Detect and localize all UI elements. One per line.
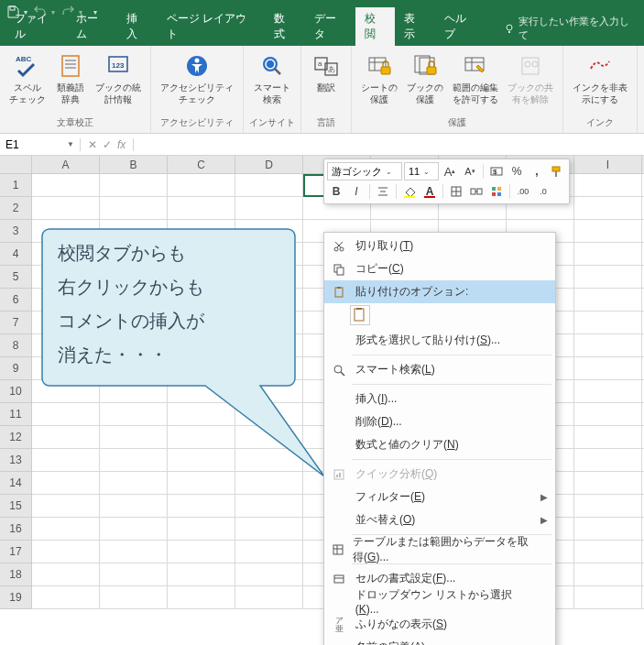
row-head[interactable]: 16: [0, 518, 32, 541]
row-head[interactable]: 19: [0, 586, 32, 609]
fill-color-icon[interactable]: [400, 182, 419, 201]
formula-controls: ✕ ✓ fx: [81, 138, 134, 151]
row-head[interactable]: 4: [0, 243, 32, 266]
font-size-select[interactable]: 11⌄: [404, 162, 439, 180]
workbookstats-button[interactable]: 123 ブックの統 計情報: [92, 49, 145, 107]
comma-icon[interactable]: ,: [528, 162, 546, 180]
menu-smart-lookup[interactable]: スマート検索(L): [324, 358, 555, 381]
redo-dropdown-icon[interactable]: ▾: [79, 8, 82, 16]
fx-icon[interactable]: fx: [117, 138, 126, 151]
menu-furigana[interactable]: ア亜 ふりがなの表示(S): [324, 613, 555, 636]
formula-input[interactable]: [134, 134, 644, 155]
bold-icon[interactable]: B: [327, 182, 345, 201]
row-head[interactable]: 17: [0, 541, 32, 563]
row-head[interactable]: 11: [0, 403, 32, 426]
hideink-button[interactable]: インクを非表 示にする: [569, 49, 631, 107]
workbookstats-icon: 123: [104, 51, 133, 81]
increase-decimal-icon[interactable]: .00: [514, 182, 532, 201]
borders-icon[interactable]: [447, 182, 465, 201]
italic-icon[interactable]: I: [347, 182, 366, 201]
row-head[interactable]: 2: [0, 197, 32, 220]
row-head[interactable]: 6: [0, 289, 32, 312]
menu-copy[interactable]: コピー(C): [324, 257, 555, 280]
name-box-dropdown-icon[interactable]: ▼: [67, 140, 74, 148]
col-head-B[interactable]: B: [100, 156, 168, 173]
unshare-icon: [516, 51, 545, 81]
font-color-icon[interactable]: A: [420, 182, 439, 201]
qat-customize-icon[interactable]: ▾: [93, 8, 97, 16]
tab-help[interactable]: ヘルプ: [435, 7, 486, 46]
row-head[interactable]: 10: [0, 380, 32, 403]
row-head[interactable]: 13: [0, 449, 32, 472]
name-box[interactable]: E1 ▼: [0, 138, 81, 151]
col-head-I[interactable]: I: [574, 156, 642, 173]
menu-delete[interactable]: 削除(D)...: [324, 410, 555, 433]
tab-formulas[interactable]: 数式: [265, 7, 305, 46]
col-head-D[interactable]: D: [235, 156, 303, 173]
row-head[interactable]: 8: [0, 334, 32, 357]
menu-cut[interactable]: 切り取り(T): [324, 235, 555, 257]
tab-view[interactable]: 表示: [395, 7, 435, 46]
svg-rect-57: [356, 308, 362, 310]
font-size-value: 11: [409, 166, 420, 177]
row-head[interactable]: 14: [0, 472, 32, 495]
paste-all-option[interactable]: [350, 305, 370, 325]
select-all-corner[interactable]: [0, 156, 32, 173]
translate-button[interactable]: aあ 翻訳: [307, 49, 345, 96]
align-center-icon[interactable]: [374, 182, 392, 201]
qat-dropdown-icon[interactable]: ▾: [24, 8, 27, 16]
accounting-format-icon[interactable]: $: [487, 162, 506, 180]
menu-get-from-table[interactable]: テーブルまたは範囲からデータを取得(G)...: [324, 538, 555, 561]
menu-paste-special[interactable]: 形式を選択して貼り付け(S)...: [324, 329, 555, 352]
row-head[interactable]: 5: [0, 266, 32, 289]
spelling-button[interactable]: ABC スペル チェック: [5, 49, 49, 107]
menu-clear[interactable]: 数式と値のクリア(N): [324, 433, 555, 456]
tab-data[interactable]: データ: [305, 7, 355, 46]
tab-review[interactable]: 校閲: [355, 7, 396, 46]
decrease-font-icon[interactable]: A▾: [461, 162, 479, 180]
chevron-right-icon: ▶: [540, 492, 548, 502]
insights-group-label: インサイト: [249, 116, 295, 131]
menu-insert[interactable]: 挿入(I)...: [324, 388, 555, 410]
row-head[interactable]: 1: [0, 174, 32, 197]
undo-icon[interactable]: [33, 5, 48, 19]
save-icon[interactable]: [5, 5, 20, 19]
menu-sort[interactable]: 並べ替え(O) ▶: [324, 508, 555, 531]
protect-group-label: 保護: [448, 116, 466, 131]
decrease-decimal-icon[interactable]: .0: [534, 182, 552, 201]
row-head[interactable]: 3: [0, 220, 32, 243]
svg-rect-3: [62, 56, 79, 76]
font-family-select[interactable]: 游ゴシック⌄: [327, 162, 402, 180]
ribbon-group-language: aあ 翻訳 言語: [301, 46, 352, 133]
menu-filter[interactable]: フィルター(E) ▶: [324, 486, 555, 508]
search-icon: [330, 362, 348, 378]
menu-define-name[interactable]: 名前の定義(A)...: [324, 636, 555, 645]
accessibility-button[interactable]: アクセシビリティ チェック: [157, 49, 237, 107]
row-head[interactable]: 15: [0, 495, 32, 518]
menu-paste-options[interactable]: 貼り付けのオプション:: [324, 280, 555, 303]
smartlookup-button[interactable]: スマート 検索: [250, 49, 294, 107]
scissors-icon: [330, 238, 348, 255]
redo-icon[interactable]: [60, 5, 75, 19]
row-head[interactable]: 12: [0, 426, 32, 449]
tell-me-search[interactable]: 実行したい作業を入力して: [497, 11, 644, 46]
increase-font-icon[interactable]: A▴: [441, 162, 459, 180]
row-head[interactable]: 9: [0, 357, 32, 380]
thesaurus-button[interactable]: 類義語 辞典: [51, 49, 90, 107]
row-head[interactable]: 18: [0, 563, 32, 586]
percent-icon[interactable]: %: [508, 162, 526, 180]
alloweditranges-button[interactable]: 範囲の編集 を許可する: [449, 49, 502, 107]
tab-pagelayout[interactable]: ページ レイアウト: [158, 7, 265, 46]
merge-icon[interactable]: [467, 182, 486, 201]
protectbook-button[interactable]: ブックの 保護: [403, 49, 447, 107]
col-head-C[interactable]: C: [168, 156, 235, 173]
tab-insert[interactable]: 挿入: [117, 7, 158, 46]
protectsheet-button[interactable]: シートの 保護: [357, 49, 401, 107]
undo-dropdown-icon[interactable]: ▾: [51, 8, 55, 16]
conditional-format-icon[interactable]: [487, 182, 506, 201]
row-head[interactable]: 7: [0, 312, 32, 334]
format-painter-icon[interactable]: [548, 162, 566, 180]
col-head-A[interactable]: A: [32, 156, 100, 173]
menu-dropdown-list[interactable]: ドロップダウン リストから選択(K)...: [324, 590, 555, 613]
svg-text:123: 123: [112, 61, 125, 70]
